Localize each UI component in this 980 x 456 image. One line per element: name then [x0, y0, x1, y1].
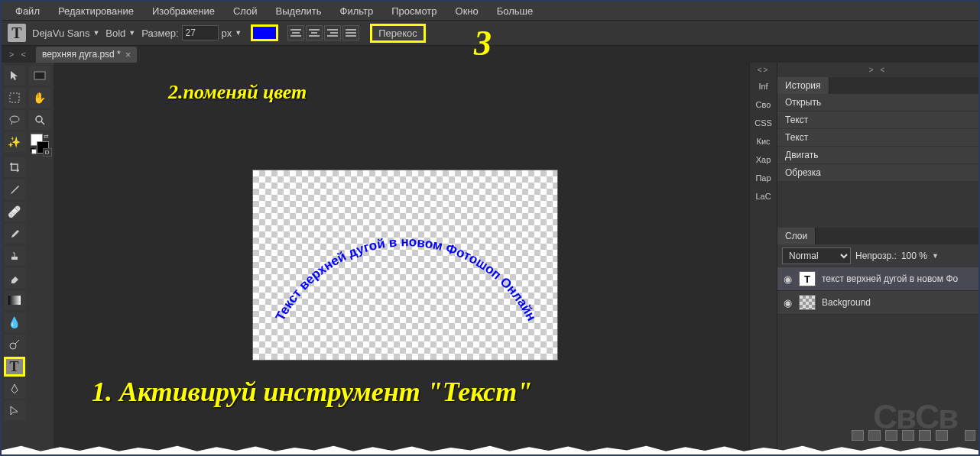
layer-name[interactable]: Background: [822, 297, 871, 308]
menu-window[interactable]: Окно: [448, 3, 486, 19]
mini-tab-character[interactable]: Хар: [750, 150, 777, 169]
swap-colors-icon[interactable]: ⇄: [44, 133, 49, 140]
gradient-tool[interactable]: [4, 290, 25, 310]
type-tool[interactable]: T: [4, 357, 25, 377]
font-weight-select[interactable]: Bold ▼: [105, 27, 135, 39]
statusbar-icon[interactable]: [936, 430, 948, 441]
align-left-button[interactable]: [287, 25, 304, 40]
d-badge: D: [43, 148, 52, 157]
font-size-label: Размер:: [141, 27, 178, 39]
font-size-input[interactable]: [182, 25, 219, 40]
history-item[interactable]: Открыть: [777, 94, 978, 112]
align-right-button[interactable]: [324, 25, 341, 40]
statusbar-icon[interactable]: [852, 430, 864, 441]
marquee-tool[interactable]: [4, 88, 25, 108]
arc-text[interactable]: Текст верхней дугой в новом Фотошоп Онла…: [273, 234, 539, 323]
chevron-down-icon[interactable]: ▼: [932, 252, 939, 260]
canvas-area[interactable]: 2.поменяй цвет Текст верхней дугой в нов…: [54, 63, 749, 454]
history-item[interactable]: Текст: [777, 112, 978, 129]
menu-view[interactable]: Просмотр: [384, 3, 444, 19]
arc-text-svg: Текст верхней дугой в новом Фотошоп Онла…: [253, 170, 559, 361]
menu-layer[interactable]: Слой: [226, 3, 265, 19]
svg-rect-5: [11, 257, 18, 260]
visibility-toggle-icon[interactable]: ◉: [782, 297, 793, 308]
document-canvas[interactable]: Текст верхней дугой в новом Фотошоп Онла…: [252, 170, 558, 361]
default-colors-icon[interactable]: [31, 148, 37, 154]
svg-line-8: [15, 340, 19, 344]
opacity-value[interactable]: 100 %: [901, 251, 927, 261]
menu-edit[interactable]: Редактирование: [50, 3, 141, 19]
options-toolbar: T DejaVu Sans ▼ Bold ▼ Размер: px ▼ Пере…: [2, 20, 978, 46]
tools-panel: ✋ ✨ ⇄ D 🩹 💧: [2, 63, 54, 454]
crop-tool[interactable]: [4, 157, 25, 177]
panels-main: > < История Открыть Текст Текст Двигать …: [777, 63, 978, 454]
tab-layers[interactable]: Слои: [777, 228, 816, 244]
main-area: ✋ ✨ ⇄ D 🩹 💧: [2, 63, 978, 454]
menu-filter[interactable]: Фильтр: [333, 3, 381, 19]
font-family-select[interactable]: DejaVu Sans ▼: [32, 27, 99, 39]
eraser-tool[interactable]: [4, 268, 25, 288]
mini-tab-paragraph[interactable]: Пар: [750, 169, 777, 187]
resize-handle-icon[interactable]: [965, 430, 975, 441]
menu-select[interactable]: Выделить: [268, 3, 329, 19]
panel-collapse-arrows[interactable]: > <: [9, 50, 28, 59]
statusbar-icon[interactable]: [885, 430, 897, 441]
pen-tool[interactable]: [4, 379, 25, 399]
statusbar-icon[interactable]: [868, 430, 881, 441]
history-item[interactable]: Обрезка: [777, 164, 978, 182]
chevron-down-icon: ▼: [128, 29, 135, 37]
mini-tab-info[interactable]: Inf: [750, 77, 777, 95]
eyedropper-tool[interactable]: [4, 179, 25, 199]
visibility-toggle-icon[interactable]: ◉: [782, 273, 793, 284]
svg-rect-6: [8, 296, 21, 305]
close-tab-icon[interactable]: ×: [125, 49, 131, 60]
mini-tab-css[interactable]: CSS: [750, 114, 777, 132]
blend-mode-select[interactable]: Normal: [782, 247, 851, 264]
blur-tool[interactable]: 💧: [4, 312, 25, 332]
artboard-tool[interactable]: [29, 66, 50, 86]
layer-options-row: Normal Непрозр.: 100 % ▼: [777, 244, 978, 267]
svg-point-7: [10, 343, 16, 349]
path-select-tool[interactable]: [4, 401, 25, 421]
document-tab[interactable]: верхняя дуга.psd * ×: [36, 47, 137, 63]
menu-more[interactable]: Больше: [489, 3, 541, 19]
panel-arrows-top[interactable]: > <: [777, 63, 978, 77]
color-swatches[interactable]: ⇄ D: [29, 132, 50, 155]
clone-stamp-tool[interactable]: [4, 246, 25, 266]
dodge-tool[interactable]: [4, 335, 25, 354]
mini-tab-brush[interactable]: Кис: [750, 132, 777, 150]
menubar: Файл Редактирование Изображение Слой Выд…: [2, 2, 978, 20]
layer-thumb-background-icon: [799, 295, 816, 310]
history-item[interactable]: Двигать: [777, 147, 978, 164]
layer-row[interactable]: ◉ T текст верхней дугой в новом Фо: [777, 267, 978, 291]
menu-image[interactable]: Изображение: [144, 3, 222, 19]
warp-text-button[interactable]: Перекос: [370, 24, 426, 43]
align-center-button[interactable]: [306, 25, 323, 40]
chevron-down-icon[interactable]: ▼: [235, 29, 242, 37]
svg-rect-1: [10, 93, 19, 102]
layers-panel: Слои Normal Непрозр.: 100 % ▼ ◉ T текст …: [777, 228, 978, 315]
svg-point-2: [10, 116, 19, 122]
panel-arrows[interactable]: <>: [750, 63, 777, 77]
statusbar-icons: [852, 430, 948, 441]
svg-text:Текст верхней дугой в новом Фо: Текст верхней дугой в новом Фотошоп Онла…: [273, 234, 539, 323]
layer-row[interactable]: ◉ Background: [777, 291, 978, 315]
mini-tab-swatches[interactable]: Сво: [750, 95, 777, 114]
magic-wand-tool[interactable]: ✨: [4, 132, 25, 152]
chevron-down-icon: ▼: [92, 29, 99, 37]
lasso-tool[interactable]: [4, 110, 25, 130]
zoom-tool[interactable]: [29, 110, 50, 130]
statusbar-icon[interactable]: [919, 430, 931, 441]
move-tool[interactable]: [4, 66, 25, 86]
history-item[interactable]: Текст: [777, 129, 978, 147]
brush-tool[interactable]: [4, 224, 25, 244]
mini-tab-lac[interactable]: LaC: [750, 187, 777, 205]
hand-tool[interactable]: ✋: [29, 88, 50, 108]
text-color-swatch[interactable]: [251, 24, 278, 41]
healing-brush-tool[interactable]: 🩹: [4, 202, 25, 222]
align-justify-button[interactable]: [342, 25, 359, 40]
tab-history[interactable]: История: [777, 77, 829, 94]
menu-file[interactable]: Файл: [8, 3, 47, 19]
statusbar-icon[interactable]: [902, 430, 914, 441]
layer-name[interactable]: текст верхней дугой в новом Фо: [822, 273, 958, 284]
